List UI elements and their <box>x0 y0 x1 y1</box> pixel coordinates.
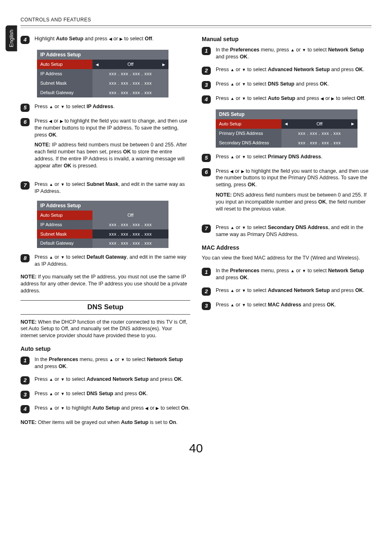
text: or <box>53 376 60 382</box>
step-badge: 6 <box>21 118 30 126</box>
text: to select <box>125 357 147 362</box>
text: or <box>53 391 60 396</box>
text: Press <box>35 405 49 411</box>
text: and press <box>294 81 320 87</box>
step-badge: 4 <box>202 95 211 104</box>
text: Other items will be grayed out when <box>37 419 121 425</box>
text: Press <box>216 225 230 230</box>
text: to select <box>306 47 328 53</box>
text: Press <box>35 181 49 187</box>
step-badge: 1 <box>202 47 211 55</box>
text: . <box>327 81 329 87</box>
down-icon: ▼ <box>242 96 246 102</box>
text: to select <box>65 254 87 260</box>
text: . <box>321 154 322 160</box>
text: OK <box>48 132 56 138</box>
down-icon: ▼ <box>60 255 65 260</box>
mac-intro: You can view the fixed MAC address for t… <box>202 255 371 262</box>
menu-value: xxx . xxx . xxx . xxx <box>92 69 168 79</box>
down-icon: ▼ <box>302 268 306 274</box>
menu-title: DNS Setup <box>216 109 357 119</box>
down-icon: ▼ <box>242 225 246 231</box>
text: Advanced Network Setup <box>268 67 330 72</box>
text: and press <box>149 376 174 382</box>
text: Press <box>216 67 230 72</box>
subtitle-manual-setup: Manual setup <box>202 35 371 43</box>
text: or <box>234 95 242 101</box>
text: menu, press <box>259 268 291 273</box>
text: In the <box>216 47 230 53</box>
header-divider <box>21 25 371 26</box>
down-icon: ▼ <box>242 288 246 294</box>
menu-dns-setup: DNS Setup Auto SetupOff Primary DNS Addr… <box>216 109 357 148</box>
down-icon: ▼ <box>121 357 125 363</box>
text: OK <box>58 364 66 369</box>
down-icon: ▼ <box>60 391 65 397</box>
text: and press <box>113 391 138 396</box>
text: is set to <box>148 419 169 425</box>
menu-label: Subnet Mask <box>37 229 92 239</box>
step-7: 7 Press ▲ or ▼ to select Subnet Mask, an… <box>21 181 190 195</box>
header-divider-2 <box>21 28 371 28</box>
text: In the <box>216 268 230 273</box>
down-icon: ▼ <box>60 104 65 110</box>
menu-label: Secondary DNS Address <box>216 138 281 148</box>
up-icon: ▲ <box>291 268 295 274</box>
auto-step-3: 3 Press ▲ or ▼ to select DNS Setup and p… <box>21 390 190 399</box>
text: or <box>234 81 242 87</box>
text: Secondary DNS Address <box>268 225 328 230</box>
text: or <box>234 154 242 160</box>
text: Default Gateway <box>87 254 127 260</box>
menu-ip-address-setup: IP Address Setup Auto SetupOff IP Addres… <box>37 50 168 97</box>
text: and press <box>120 405 145 411</box>
note-label: NOTE: <box>21 419 37 425</box>
text: . <box>188 405 189 411</box>
manual-step-4: 4 Press ▲ or ▼ to select Auto Setup and … <box>202 95 371 104</box>
text: . <box>247 54 249 60</box>
text: and press <box>35 364 58 369</box>
text: OK <box>320 81 327 87</box>
text: . <box>256 182 257 188</box>
step-badge: 3 <box>21 391 30 399</box>
up-icon: ▲ <box>49 377 53 382</box>
text: Press <box>216 168 230 174</box>
text: to select <box>334 95 357 101</box>
menu-value: xxx . xxx . xxx . xxx <box>92 229 168 239</box>
step-badge: 2 <box>202 287 211 296</box>
step-badge: 7 <box>202 225 211 233</box>
text: to select <box>65 391 87 396</box>
manual-step-3: 3 Press ▲ or ▼ to select DNS Setup and p… <box>202 81 371 89</box>
text: IP Address <box>87 104 113 109</box>
menu-label: IP Address <box>37 69 92 79</box>
text: and press <box>330 287 355 293</box>
text: or <box>113 357 121 362</box>
step-badge: 5 <box>21 104 30 112</box>
up-icon: ▲ <box>49 405 53 411</box>
text: When the DHCP function of the router con… <box>21 319 187 339</box>
step-badge: 7 <box>21 181 30 190</box>
menu-label: Auto Setup <box>216 119 281 129</box>
text: or <box>234 225 242 230</box>
text: or <box>234 287 242 293</box>
text: menu, press <box>259 47 291 53</box>
step-badge: 6 <box>202 168 211 176</box>
down-icon: ▼ <box>242 81 246 87</box>
manual-step-2: 2 Press ▲ or ▼ to select Advanced Networ… <box>202 66 371 75</box>
step-badge: 3 <box>202 81 211 89</box>
note-label: NOTE: <box>21 274 37 280</box>
text: Auto Setup <box>121 419 149 425</box>
text: If you manually set the IP address, you … <box>21 274 187 294</box>
text: Advanced Network Setup <box>268 287 330 293</box>
text: or <box>53 254 60 260</box>
text: or <box>324 95 331 101</box>
page-number: 40 <box>21 440 371 457</box>
manual-step-7: 7 Press ▲ or ▼ to select Secondary DNS A… <box>202 224 371 238</box>
down-icon: ▼ <box>242 302 246 308</box>
text: . <box>247 275 249 280</box>
text: Network Setup <box>328 268 364 273</box>
menu-value: xxx . xxx . xxx . xxx <box>92 79 168 88</box>
menu-label: Auto Setup <box>37 211 92 220</box>
up-icon: ▲ <box>230 225 234 231</box>
text: Auto Setup <box>268 95 295 101</box>
text: and press <box>295 95 321 101</box>
